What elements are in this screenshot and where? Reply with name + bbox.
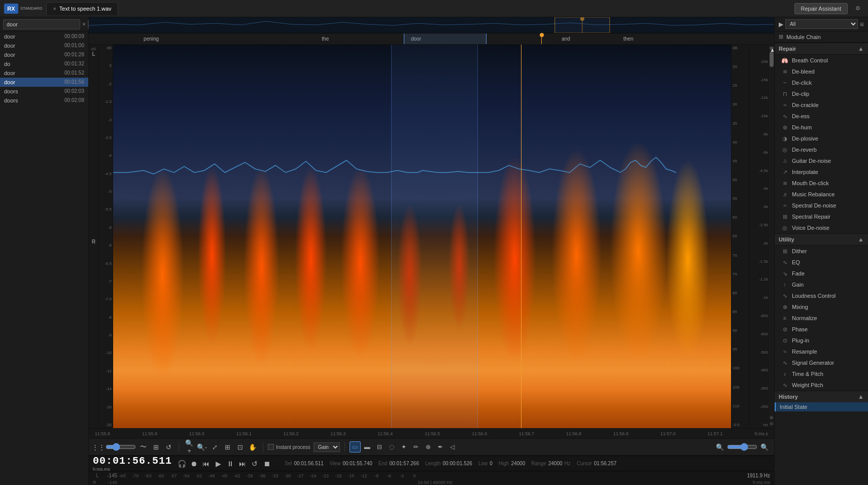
zoom-in-vert-icon[interactable]: ⊕ (770, 415, 774, 420)
history-label: History (779, 394, 798, 400)
loop-btn[interactable]: ↺ (249, 458, 260, 469)
loop-icon[interactable]: ↺ (163, 441, 174, 453)
repair-module-item[interactable]: ⊞Spectral Repair (775, 211, 868, 222)
repair-module-item[interactable]: ◎De-reverb (775, 144, 868, 155)
utility-module-item[interactable]: ≈Resample (775, 346, 868, 357)
magic-wand-icon[interactable]: ✦ (398, 441, 409, 453)
play-btn[interactable]: ▶ (213, 458, 224, 469)
utility-module-item[interactable]: ↘Fade (775, 268, 868, 279)
module-filter-select[interactable]: All (785, 19, 858, 29)
scroll-thumb[interactable] (770, 52, 774, 67)
repair-module-item[interactable]: ◎Voice De-noise (775, 222, 868, 233)
brush-icon[interactable]: ✏ (410, 441, 422, 453)
panel-menu-icon[interactable]: ≡ (860, 20, 864, 28)
utility-module-item[interactable]: ∿EQ (775, 257, 868, 268)
gain-select[interactable]: Gain (314, 442, 340, 452)
pan-tool-icon[interactable]: ✋ (247, 441, 258, 453)
record-btn[interactable]: ⏺ (188, 458, 199, 469)
headphones-icon[interactable]: 🎧 (176, 458, 187, 469)
channel-icon[interactable]: ⋮⋮ (93, 441, 104, 453)
history-item-initial[interactable]: Initial State (775, 402, 868, 411)
repair-module-item[interactable]: ↗Interpolate (775, 166, 868, 178)
time-sel-icon[interactable]: ▬ (362, 441, 373, 453)
select-tool-icon[interactable]: ▭ (350, 441, 361, 453)
utility-module-item[interactable]: ∿Signal Generator (775, 357, 868, 368)
repair-module-item[interactable]: ~De-click (775, 77, 868, 88)
result-item[interactable]: doors00:02:03 (0, 87, 88, 96)
timeline-label: 11:56.8 (566, 431, 581, 436)
eraser-icon[interactable]: ◁ (447, 441, 458, 453)
utility-module-item[interactable]: ⊞Dither (775, 246, 868, 257)
utility-module-item[interactable]: ↑Gain (775, 279, 868, 290)
utility-module-item[interactable]: ⊕Mixing (775, 301, 868, 313)
spectrogram-canvas[interactable] (113, 45, 731, 428)
result-item[interactable]: door00:01:28 (0, 50, 88, 59)
repair-module-item[interactable]: ≈De-crackle (775, 99, 868, 111)
repair-module-item[interactable]: ♬Music Rebalance (775, 189, 868, 200)
result-item[interactable]: door00:01:52 (0, 68, 88, 78)
record-btn2[interactable]: ⏹ (261, 458, 272, 469)
scroll-up-btn[interactable]: ▲ (770, 47, 774, 50)
zoom-in-icon[interactable]: 🔍+ (184, 441, 195, 453)
repair-module-item[interactable]: ≋Mouth De-click (775, 178, 868, 189)
vertical-scrollbar[interactable]: ▲ ⊕ ⊖ (769, 45, 774, 428)
instant-process-checkbox[interactable] (268, 444, 274, 450)
result-item[interactable]: door00:00:09 (0, 32, 88, 41)
repair-assistant-button[interactable]: Repair Assistant (794, 3, 848, 14)
db-bottom-number: -21 (320, 473, 331, 478)
goto-start-btn[interactable]: ⏮ (200, 458, 212, 469)
repair-module-item[interactable]: ≋De-bleed (775, 66, 868, 77)
utility-module-item[interactable]: ⊘Phase (775, 324, 868, 335)
zoom-fit-icon[interactable]: ⤢ (209, 441, 220, 453)
spectrogram-mode-icon[interactable]: ⊞ (150, 441, 161, 453)
history-header[interactable]: History ▲ (775, 391, 868, 402)
zoom-out-vert-icon[interactable]: ⊖ (770, 421, 774, 426)
goto-end-btn[interactable]: ⏭ (237, 458, 248, 469)
utility-module-item[interactable]: ∿Loudness Control (775, 290, 868, 301)
search-clear-icon[interactable]: × (82, 21, 86, 28)
spectrogram-section[interactable]: dB L R dB 5 -2 -2.5 -3 -3.5 -4 -4.5 -5 -… (89, 45, 774, 428)
freq-sel-icon[interactable]: ⊟ (374, 441, 385, 453)
result-item[interactable]: door00:01:56 (0, 78, 88, 87)
repair-module-item[interactable]: ≈Spectral De-noise (775, 200, 868, 211)
result-item[interactable]: do00:01:32 (0, 59, 88, 68)
repair-module-item[interactable]: ◑De-plosive (775, 133, 868, 144)
utility-section-header[interactable]: Utility ▲ (775, 233, 868, 246)
result-item[interactable]: door00:01:00 (0, 41, 88, 50)
lasso-icon[interactable]: ◌ (386, 441, 397, 453)
module-chain-row[interactable]: ⊞ Module Chain (775, 31, 868, 43)
zoom-slider[interactable] (727, 443, 757, 451)
utility-module-item[interactable]: ∿Weight Pitch (775, 379, 868, 391)
repair-module-item[interactable]: ♫Guitar De-noise (775, 155, 868, 166)
repair-module-item[interactable]: 🫁Breath Control (775, 55, 868, 66)
pause-btn[interactable]: ⏸ (225, 458, 236, 469)
volume-slider[interactable] (106, 443, 136, 451)
utility-module-item[interactable]: ⊙Plug-in (775, 335, 868, 346)
pencil-icon[interactable]: ✒ (435, 441, 446, 453)
play-small-icon[interactable]: ▶ (779, 21, 783, 28)
file-tab[interactable]: × Text to speech 1.wav (46, 2, 118, 15)
timeline-label: 11:56.4 (377, 431, 393, 436)
utility-collapse-icon[interactable]: ▲ (858, 236, 864, 243)
history-collapse-icon[interactable]: ▲ (858, 393, 864, 400)
tab-close-icon[interactable]: × (53, 6, 56, 12)
marker-icon[interactable]: ⊕ (423, 441, 434, 453)
repair-module-item[interactable]: ⊛De-hum (775, 122, 868, 133)
zoom-reset-icon[interactable]: ⊡ (234, 441, 246, 453)
db-bottom-number: -6 (384, 473, 395, 478)
settings-icon[interactable]: ⚙ (852, 3, 864, 15)
utility-module-item[interactable]: ≡Normalize (775, 313, 868, 324)
waveform-mode-icon[interactable]: 〜 (137, 441, 149, 453)
repair-section-header[interactable]: Repair ▲ (775, 43, 868, 55)
repair-collapse-icon[interactable]: ▲ (858, 45, 864, 52)
result-item[interactable]: doors00:02:08 (0, 96, 88, 105)
utility-module-item[interactable]: ♪Time & Pitch (775, 368, 868, 379)
repair-module-item[interactable]: ⊓De-clip (775, 88, 868, 99)
zoom-in-right-icon[interactable]: 🔍 (759, 441, 770, 453)
zoom-sel-icon[interactable]: ⊞ (222, 441, 233, 453)
zoom-out-icon[interactable]: 🔍- (196, 441, 207, 453)
zoom-out-right-icon[interactable]: 🔍 (714, 441, 725, 453)
waveform-nav-bar[interactable] (89, 17, 774, 33)
search-input[interactable] (3, 19, 80, 29)
repair-module-item[interactable]: ∿De-ess (775, 111, 868, 122)
